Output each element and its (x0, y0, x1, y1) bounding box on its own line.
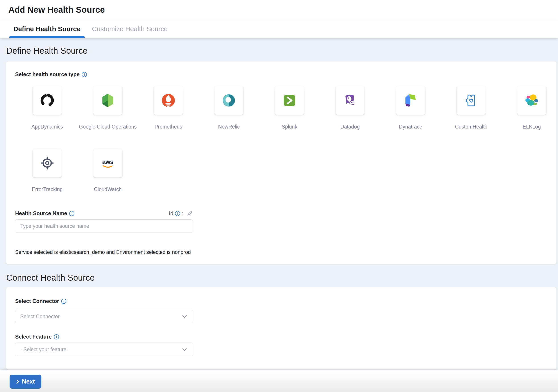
id-separator: : (182, 210, 183, 217)
health-source-name-section: Health Source Name i Id i : (15, 210, 193, 233)
source-type-label: Datadog (340, 124, 360, 130)
source-type-splunk[interactable]: Splunk (259, 86, 320, 130)
page-header: Add New Health Source (0, 0, 558, 20)
next-button-label: Next (22, 378, 35, 385)
select-feature-label: Select Feature (15, 334, 52, 340)
chevron-right-icon (16, 379, 19, 384)
info-icon[interactable]: i (69, 211, 74, 216)
define-health-source-card: Select health source type i AppDynamics (6, 61, 557, 264)
wizard-footer: Next (0, 370, 558, 392)
customhealth-icon (462, 92, 480, 109)
info-icon[interactable]: i (175, 211, 180, 216)
wizard-content: Define Health Source Select health sourc… (0, 38, 558, 392)
feature-dropdown[interactable]: - Select your feature - (15, 343, 193, 356)
select-feature-label-row: Select Feature i (15, 334, 548, 340)
identifier-group: Id i : (169, 210, 193, 217)
edit-id-pencil-icon[interactable] (187, 210, 193, 217)
next-button[interactable]: Next (9, 375, 41, 389)
connector-placeholder: Select Connector (20, 314, 60, 320)
errortracking-icon (39, 154, 56, 172)
tab-customize-label: Customize Health Source (92, 25, 168, 33)
source-type-errortracking[interactable]: ErrorTracking (17, 148, 78, 192)
datadog-icon (341, 92, 359, 109)
source-type-label: ErrorTracking (32, 186, 62, 192)
source-type-label: CloudWatch (94, 186, 122, 192)
source-type-label: Dynatrace (399, 124, 422, 130)
source-type-grid: AppDynamics Google Cloud Operations (17, 86, 548, 192)
info-icon[interactable]: i (82, 72, 87, 77)
chevron-down-icon (182, 315, 187, 318)
newrelic-icon (220, 92, 238, 109)
connector-dropdown[interactable]: Select Connector (15, 310, 193, 323)
cloudwatch-aws-icon: aws (99, 154, 116, 172)
source-type-datadog[interactable]: Datadog (320, 86, 380, 130)
source-type-label: Prometheus (155, 124, 182, 130)
source-type-label: CustomHealth (455, 124, 488, 130)
service-environment-note: Service selected is elasticsearch_demo a… (15, 249, 548, 255)
connect-section-heading: Connect Health Source (6, 273, 557, 283)
source-type-newrelic[interactable]: NewRelic (199, 86, 259, 130)
tab-define-health-source[interactable]: Define Health Source (9, 20, 85, 38)
tab-customize-health-source[interactable]: Customize Health Source (88, 20, 172, 38)
page-title: Add New Health Source (9, 5, 105, 15)
tab-define-label: Define Health Source (13, 25, 81, 33)
connect-health-source-card: Select Connector i Select Connector Sele… (6, 287, 557, 369)
source-type-cloudwatch[interactable]: aws CloudWatch (78, 148, 138, 192)
svg-text:aws: aws (102, 158, 113, 165)
source-type-label: Google Cloud Operations (79, 124, 137, 130)
source-type-label: NewRelic (218, 124, 240, 130)
feature-placeholder: - Select your feature - (20, 347, 70, 353)
wizard-tabbar: Define Health Source Customize Health So… (0, 20, 558, 38)
source-type-label: AppDynamics (31, 124, 63, 130)
select-type-label-row: Select health source type i (15, 71, 548, 78)
active-tab-underline (9, 36, 85, 38)
elklog-icon (523, 92, 541, 109)
google-cloud-operations-icon (99, 92, 116, 109)
health-source-name-input[interactable] (15, 219, 193, 233)
define-section-heading: Define Health Source (6, 46, 557, 56)
info-icon[interactable]: i (54, 334, 59, 340)
source-type-dynatrace[interactable]: Dynatrace (380, 86, 441, 130)
health-source-name-label: Health Source Name (15, 210, 67, 217)
select-type-label: Select health source type (15, 71, 79, 78)
source-type-elklog[interactable]: ELKLog (501, 86, 558, 130)
prometheus-icon (160, 92, 177, 109)
chevron-down-icon (182, 348, 187, 351)
name-id-label-row: Health Source Name i Id i : (15, 210, 193, 217)
source-type-label: Splunk (282, 124, 297, 130)
source-type-customhealth[interactable]: CustomHealth (441, 86, 501, 130)
add-health-source-page: Add New Health Source Define Health Sour… (0, 0, 558, 392)
source-type-prometheus[interactable]: Prometheus (138, 86, 199, 130)
id-label: Id (169, 210, 173, 217)
source-type-appdynamics[interactable]: AppDynamics (17, 86, 78, 130)
info-icon[interactable]: i (61, 299, 66, 304)
dynatrace-icon (402, 92, 419, 109)
source-type-google-cloud-operations[interactable]: Google Cloud Operations (78, 86, 138, 130)
appdynamics-icon (39, 92, 56, 109)
select-connector-label-row: Select Connector i (15, 298, 548, 304)
select-connector-label: Select Connector (15, 298, 59, 304)
source-type-label: ELKLog (523, 124, 541, 130)
splunk-icon (281, 92, 298, 109)
